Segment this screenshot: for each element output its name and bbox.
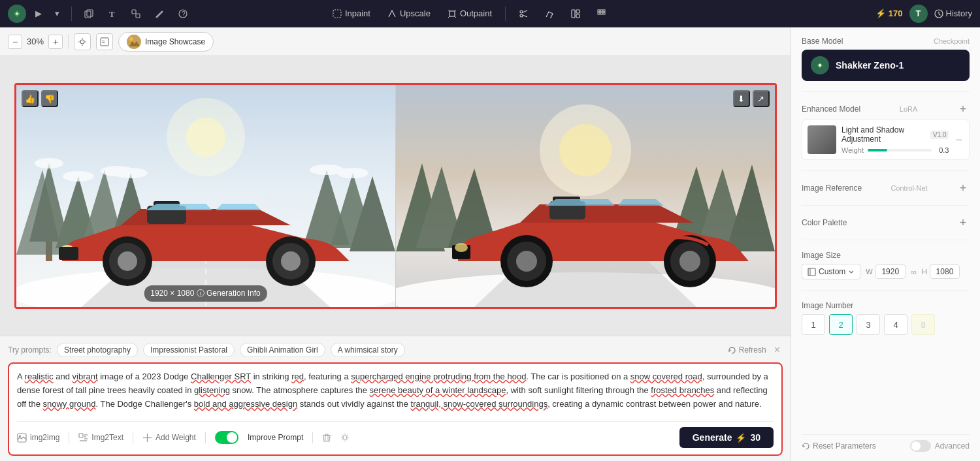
help-btn[interactable]: ? [174,6,192,22]
refresh-btn[interactable]: Refresh [728,345,766,355]
bolt-icon: ⚡ [736,433,746,443]
lora-weight-row: Weight 0.3 [841,146,949,154]
svg-rect-19 [598,12,600,14]
logo-icon[interactable] [8,5,26,23]
trash-btn[interactable] [322,433,331,442]
remove-lora-btn[interactable]: − [954,133,964,147]
text-tool-btn[interactable]: T [103,6,122,22]
layout-btn[interactable] [564,7,587,21]
image-reference-section: Image Reference Control-Net + [802,182,970,195]
add-weight-btn[interactable]: Add Weight [142,433,196,443]
settings-prompt-btn[interactable] [340,433,350,442]
prompt-suggestions: Try prompts: Street photography Impressi… [8,343,783,357]
chip-ghibli[interactable]: Ghibli Animation Girl [240,343,325,357]
image-cell-left: 👍 👎 1920 × 1080 ⓘ Generation Info [16,85,395,307]
weight-slider[interactable] [868,149,932,151]
zoom-minus-btn[interactable]: − [8,35,22,49]
prompt-text[interactable]: A realistic and vibrant image of a 2023 … [17,370,774,416]
scissors-btn[interactable] [512,7,534,21]
text-btn[interactable]: ≡ [96,33,113,50]
improve-prompt-toggle[interactable] [215,431,238,444]
prompt-box: A realistic and vibrant image of a 2023 … [8,362,783,456]
chip-pastoral[interactable]: Impressionist Pastoral [143,343,235,357]
close-suggestions-btn[interactable]: × [772,344,783,356]
enhanced-model-header: Enhanced Model LoRA + [802,103,970,116]
divider3 [205,432,206,443]
num-btn-3[interactable]: 3 [857,314,880,335]
svg-rect-80 [79,434,83,437]
advanced-switch[interactable] [910,440,931,452]
svg-point-52 [118,251,137,271]
svg-point-77 [455,243,468,252]
img2text-btn[interactable]: Img2Text [78,433,123,443]
shapes-btn[interactable] [127,6,145,22]
outpaint-btn[interactable]: Outpaint [441,6,498,21]
reset-params-btn[interactable]: Reset Parameters [802,441,876,451]
width-input[interactable] [875,264,906,279]
divider [68,35,69,49]
thumbup-btn[interactable]: 👍 [22,90,39,107]
divider-1 [71,7,72,21]
play-btn[interactable]: ▶ [31,6,46,21]
image-canvas: 👍 👎 1920 × 1080 ⓘ Generation Info [0,56,791,336]
model-icon [811,56,829,74]
model-card[interactable]: Shakker Zeno-1 [802,50,970,81]
weight-value: 0.3 [936,146,949,154]
size-preset-dropdown[interactable]: Custom [802,264,860,279]
img2img-btn[interactable]: img2img [17,433,59,443]
divider4 [312,432,313,443]
chip-whimsical[interactable]: A whimsical story [331,343,405,357]
svg-point-75 [679,251,700,272]
divider3 [802,205,970,206]
main-layout: − 30% + ≡ Image Showcase [0,27,980,461]
svg-rect-7 [333,10,341,18]
zoom-plus-btn[interactable]: + [48,35,63,49]
pen-btn[interactable] [150,6,169,22]
num-btn-2[interactable]: 2 [829,314,853,335]
svg-point-72 [516,251,537,272]
svg-rect-20 [600,12,602,14]
divider [802,91,970,92]
history-btn[interactable]: History [934,8,972,18]
svg-rect-14 [576,10,580,13]
add-reference-btn[interactable]: + [956,182,970,195]
svg-rect-3 [132,10,136,14]
svg-point-39 [35,158,63,168]
download-btn[interactable]: ⬇ [733,90,750,107]
add-palette-btn[interactable]: + [956,216,970,229]
svg-rect-91 [808,268,815,276]
enhanced-model-section: Enhanced Model LoRA + Light and Shadow A… [802,103,970,160]
dropdown-btn[interactable]: ▾ [51,6,63,21]
num-btn-1[interactable]: 1 [802,314,825,335]
weight-label: Weight [841,146,864,154]
link-icon: ∞ [911,267,917,277]
upscale-btn[interactable]: Upscale [381,6,437,21]
eraser-btn[interactable] [538,7,561,21]
height-input[interactable] [930,264,960,279]
add-lora-btn[interactable]: + [956,103,970,116]
width-input-group: W [866,264,905,279]
toolbar-right: ⚡ 170 T History [875,5,972,23]
num-btn-8[interactable]: 8 [911,314,935,335]
num-btn-4[interactable]: 4 [884,314,907,335]
image-cell-right: ⬇ ↗ [395,85,775,307]
image-left [16,85,395,307]
inpaint-btn[interactable]: Inpaint [326,6,377,21]
svg-point-23 [80,40,84,44]
canvas-area: − 30% + ≡ Image Showcase [0,27,791,461]
svg-rect-18 [603,10,605,12]
advanced-label: Advanced [935,441,970,451]
main-toolbar: ▶ ▾ T ? Inpaint Upscale Outpaint [0,0,980,27]
avatar[interactable]: T [909,5,928,23]
share-btn[interactable]: ↗ [753,90,770,107]
divider2 [133,432,133,443]
thumbdown-btn[interactable]: 👎 [41,90,58,107]
copy-btn[interactable] [80,6,98,22]
bottom-row: Reset Parameters Advanced [802,434,970,452]
chip-street[interactable]: Street photography [57,343,138,357]
settings-btn[interactable] [74,33,91,50]
generate-btn[interactable]: Generate ⚡ 30 [679,427,774,448]
showcase-tab[interactable]: Image Showcase [118,32,214,52]
grid-btn[interactable] [591,7,613,21]
svg-rect-13 [572,10,575,18]
